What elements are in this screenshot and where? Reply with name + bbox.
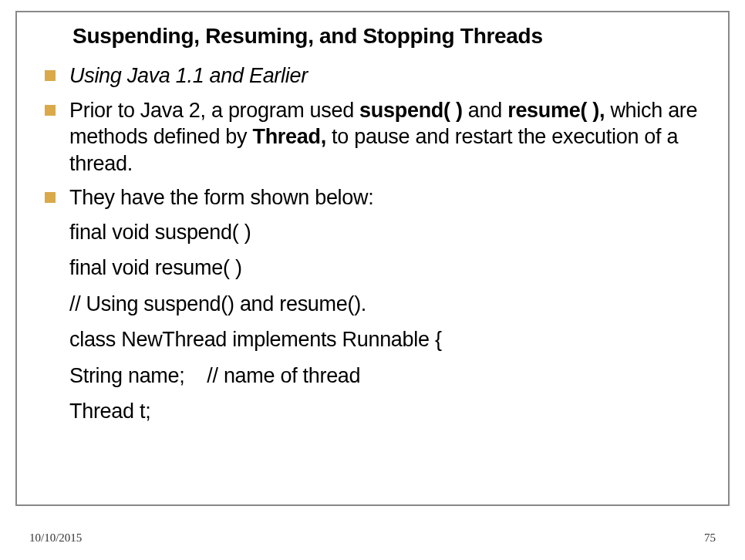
square-bullet-icon <box>45 192 56 203</box>
code-line: String name; // name of thread <box>69 363 713 390</box>
text-segment: Thread, <box>252 125 325 148</box>
text-segment: suspend( ) <box>359 99 468 122</box>
code-line: final void resume( ) <box>69 255 713 282</box>
bullet-item-3: They have the form shown below: <box>45 184 713 211</box>
code-line: final void suspend( ) <box>69 219 713 246</box>
bullet-item-2: Prior to Java 2, a program used suspend(… <box>45 97 713 177</box>
slide-title: Suspending, Resuming, and Stopping Threa… <box>72 24 713 49</box>
footer-date: 10/10/2015 <box>29 531 82 545</box>
text-segment: Using Java 1.1 and Earlier <box>69 64 308 87</box>
slide-footer: 10/10/2015 75 <box>0 531 745 545</box>
slide-frame: Suspending, Resuming, and Stopping Threa… <box>15 11 730 506</box>
text-segment: and <box>468 99 507 122</box>
square-bullet-icon <box>45 70 56 81</box>
bullet-text-3: They have the form shown below: <box>69 184 373 211</box>
code-line: // Using suspend() and resume(). <box>69 291 713 318</box>
code-line: class NewThread implements Runnable { <box>69 326 713 353</box>
text-segment: Prior to Java 2, a program used <box>69 99 359 122</box>
text-segment: They have the form shown below: <box>69 186 373 209</box>
footer-page-number: 75 <box>704 531 716 545</box>
bullet-item-1: Using Java 1.1 and Earlier <box>45 62 713 89</box>
text-segment: resume( ), <box>507 99 605 122</box>
code-line: Thread t; <box>69 398 713 425</box>
bullet-text-1: Using Java 1.1 and Earlier <box>69 62 308 89</box>
square-bullet-icon <box>45 105 56 116</box>
bullet-text-2: Prior to Java 2, a program used suspend(… <box>69 97 713 177</box>
